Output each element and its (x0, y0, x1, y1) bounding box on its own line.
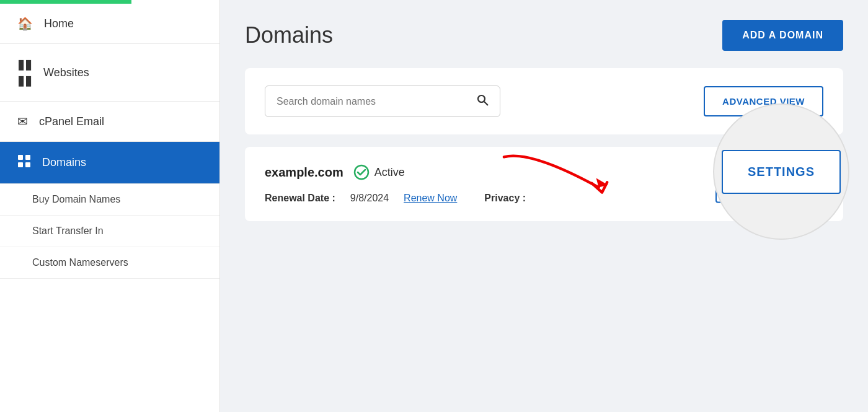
svg-rect-3 (25, 162, 30, 167)
sidebar-sub-start-transfer-in[interactable]: Start Transfer In (0, 216, 219, 247)
svg-point-4 (478, 95, 485, 102)
sidebar: 🏠 Home ▮▮▮▮ Websites ✉ cPanel Email Doma… (0, 0, 220, 412)
main-header: Domains ADD A DOMAIN (245, 20, 843, 51)
domain-card: example.com Active Renewal Date : 9/8/20… (245, 147, 843, 221)
sidebar-sub-buy-domain-names[interactable]: Buy Domain Names (0, 184, 219, 216)
search-icon (476, 94, 489, 109)
sidebar-cpanel-email-label: cPanel Email (39, 115, 104, 128)
search-input[interactable] (277, 96, 471, 107)
active-check-icon (353, 164, 370, 180)
email-icon: ✉ (17, 114, 28, 129)
privacy-label: Privacy : (484, 193, 526, 204)
renewal-date: 9/8/2024 (350, 193, 389, 204)
zoom-settings-button[interactable]: SETTINGS (722, 150, 841, 194)
sidebar-item-cpanel-email[interactable]: ✉ cPanel Email (0, 102, 219, 142)
sidebar-item-home[interactable]: 🏠 Home (0, 4, 219, 44)
page-title: Domains (245, 22, 333, 48)
status-badge: Active (353, 164, 405, 180)
status-label: Active (374, 166, 405, 179)
svg-rect-0 (18, 155, 23, 160)
renewal-label: Renewal Date : (265, 193, 335, 204)
svg-point-6 (355, 165, 368, 179)
domain-name: example.com (265, 165, 343, 180)
sidebar-sub-custom-nameservers[interactable]: Custom Nameservers (0, 247, 219, 279)
svg-line-5 (484, 102, 488, 105)
main-content: Domains ADD A DOMAIN ADVANCED VIEW examp… (220, 0, 868, 412)
sidebar-domains-label: Domains (42, 156, 86, 169)
domains-icon (17, 154, 31, 171)
svg-rect-1 (25, 155, 30, 160)
arrow-annotation (245, 147, 784, 221)
renew-now-link[interactable]: Renew Now (404, 193, 457, 204)
add-domain-button[interactable]: ADD A DOMAIN (722, 20, 843, 51)
home-icon: 🏠 (17, 16, 33, 31)
sidebar-item-domains[interactable]: Domains (0, 142, 219, 184)
sidebar-home-label: Home (44, 17, 74, 30)
search-input-wrapper[interactable] (265, 85, 500, 117)
svg-rect-2 (18, 162, 23, 167)
zoom-circle: SETTINGS (713, 103, 849, 240)
websites-icon: ▮▮▮▮ (17, 56, 32, 89)
sidebar-websites-label: Websites (43, 66, 89, 79)
sidebar-item-websites[interactable]: ▮▮▮▮ Websites (0, 44, 219, 102)
